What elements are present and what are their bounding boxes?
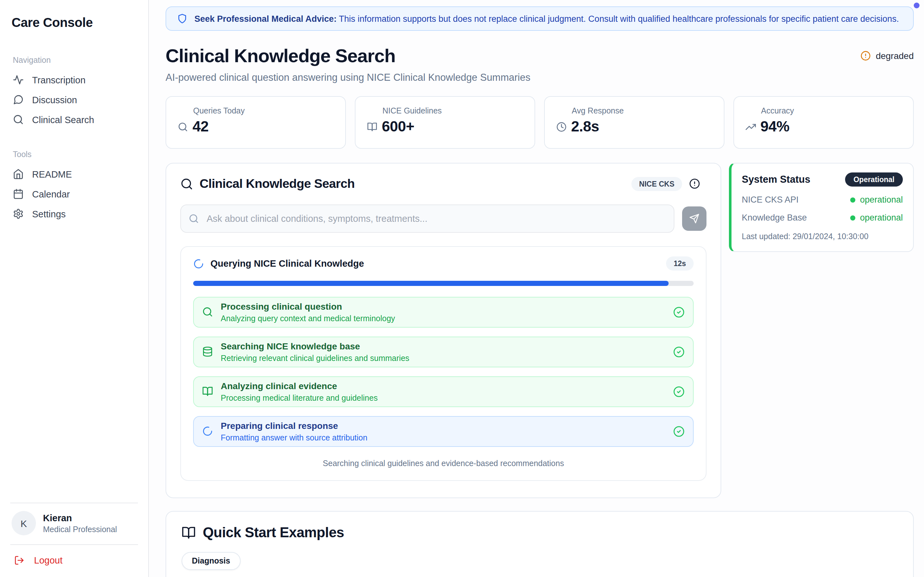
search-icon xyxy=(202,306,213,318)
step-subtitle: Processing medical literature and guidel… xyxy=(221,393,666,403)
activity-icon xyxy=(13,74,24,85)
step-title: Analyzing clinical evidence xyxy=(221,380,666,392)
quick-start-title: Quick Start Examples xyxy=(203,524,344,541)
search-card-title: Clinical Knowledge Search xyxy=(200,176,632,191)
source-badge: NICE CKS xyxy=(632,177,682,191)
stat-label: Accuracy xyxy=(746,106,901,115)
banner-body: This information supports but does not r… xyxy=(336,14,899,23)
banner-lead: Seek Professional Medical Advice: xyxy=(194,14,336,23)
sidebar-item-clinical-search[interactable]: Clinical Search xyxy=(10,110,138,129)
sidebar-item-discussion[interactable]: Discussion xyxy=(10,90,138,110)
clinical-search-input[interactable] xyxy=(180,205,674,233)
calendar-icon xyxy=(13,189,24,199)
app-window: Care Console Navigation Transcription Di… xyxy=(0,0,924,577)
book-open-icon xyxy=(367,121,377,132)
medical-advice-banner: Seek Professional Medical Advice: This i… xyxy=(166,6,914,31)
tools-section-label: Tools xyxy=(13,150,138,159)
stat-label: Avg Response xyxy=(556,106,712,115)
progress-bar xyxy=(193,281,694,285)
status-dot xyxy=(850,197,855,202)
stat-label: NICE Guidelines xyxy=(367,106,523,115)
elapsed-time-badge: 12s xyxy=(666,256,694,271)
alert-circle-icon xyxy=(689,178,700,189)
sidebar-item-label: Clinical Search xyxy=(32,114,94,125)
stat-value: 600+ xyxy=(382,118,414,135)
sidebar-item-label: Settings xyxy=(32,209,66,219)
status-panel-title: System Status xyxy=(742,174,811,185)
system-status-panel: System Status Operational NICE CKS API o… xyxy=(729,163,914,252)
sidebar-item-label: Discussion xyxy=(32,95,77,105)
service-name: NICE CKS API xyxy=(742,195,798,205)
progress-step-analyzing: Analyzing clinical evidence Processing m… xyxy=(193,376,694,407)
logout-label: Logout xyxy=(34,555,63,566)
sidebar-item-label: README xyxy=(32,169,72,179)
step-subtitle: Analyzing query context and medical term… xyxy=(221,313,666,324)
health-status-label: degraded xyxy=(876,51,914,61)
sidebar-item-calendar[interactable]: Calendar xyxy=(10,184,138,204)
overall-status-badge: Operational xyxy=(845,172,903,187)
step-subtitle: Formatting answer with source attributio… xyxy=(221,432,666,443)
send-button[interactable] xyxy=(682,206,706,231)
health-status-badge: degraded xyxy=(861,51,914,61)
sidebar-item-readme[interactable]: README xyxy=(10,164,138,184)
step-title: Processing clinical question xyxy=(221,300,666,312)
stat-value: 2.8s xyxy=(571,118,599,135)
spinner-icon xyxy=(193,258,204,269)
nav-section-label: Navigation xyxy=(13,56,138,65)
book-open-icon xyxy=(182,525,196,540)
spinner-icon xyxy=(202,426,213,437)
user-name: Kieran xyxy=(43,513,117,523)
page-subtitle: AI-powered clinical question answering u… xyxy=(166,72,530,83)
stat-card-queries-today: Queries Today 42 xyxy=(166,96,346,149)
user-profile: K Kieran Medical Professional xyxy=(10,503,138,544)
search-icon xyxy=(180,177,193,190)
quick-start-card: Quick Start Examples Diagnosis "What are… xyxy=(166,511,914,577)
database-icon xyxy=(202,346,213,357)
service-status: operational xyxy=(860,213,903,222)
main-content: Seek Professional Medical Advice: This i… xyxy=(149,0,924,577)
stat-card-accuracy: Accuracy 94% xyxy=(733,96,914,149)
logout-button[interactable]: Logout xyxy=(10,544,138,568)
message-circle-icon xyxy=(13,94,24,105)
service-status: operational xyxy=(860,195,903,205)
step-title: Searching NICE knowledge base xyxy=(221,340,666,351)
progress-title: Querying NICE Clinical Knowledge xyxy=(210,258,660,269)
stat-label: Queries Today xyxy=(178,106,334,115)
progress-step-processing: Processing clinical question Analyzing q… xyxy=(193,297,694,327)
sidebar-item-settings[interactable]: Settings xyxy=(10,204,138,224)
page-header: Clinical Knowledge Search AI-powered cli… xyxy=(166,45,914,83)
send-icon xyxy=(689,213,699,224)
stat-card-avg-response: Avg Response 2.8s xyxy=(544,96,724,149)
progress-steps: Processing clinical question Analyzing q… xyxy=(193,297,694,446)
gear-icon xyxy=(13,208,24,219)
service-name: Knowledge Base xyxy=(742,213,807,222)
alert-circle-icon xyxy=(861,51,871,61)
category-chip-diagnosis[interactable]: Diagnosis xyxy=(182,552,241,570)
home-icon xyxy=(13,169,24,179)
logout-icon xyxy=(14,555,24,566)
step-subtitle: Retrieving relevant clinical guidelines … xyxy=(221,353,666,363)
search-icon xyxy=(13,114,24,125)
progress-step-searching: Searching NICE knowledge base Retrieving… xyxy=(193,336,694,367)
sidebar-item-label: Calendar xyxy=(32,189,70,199)
status-dot xyxy=(850,215,855,220)
progress-bar-fill xyxy=(193,281,669,285)
service-row-nice-cks-api: NICE CKS API operational xyxy=(742,195,903,205)
step-title: Preparing clinical response xyxy=(221,420,666,431)
page-title: Clinical Knowledge Search xyxy=(166,45,530,67)
shield-icon xyxy=(177,13,187,24)
sidebar-item-transcription[interactable]: Transcription xyxy=(10,70,138,90)
stat-value: 94% xyxy=(760,118,789,135)
clock-icon xyxy=(556,121,567,132)
app-title: Care Console xyxy=(11,15,138,30)
progress-footer-text: Searching clinical guidelines and eviden… xyxy=(193,459,694,468)
search-icon xyxy=(178,121,188,132)
search-icon xyxy=(189,213,199,224)
stat-card-nice-guidelines: NICE Guidelines 600+ xyxy=(355,96,535,149)
stat-value: 42 xyxy=(192,118,208,135)
last-updated-text: Last updated: 29/01/2024, 10:30:00 xyxy=(742,232,903,241)
banner-text: Seek Professional Medical Advice: This i… xyxy=(194,14,899,23)
sidebar-item-label: Transcription xyxy=(32,75,86,85)
service-row-knowledge-base: Knowledge Base operational xyxy=(742,213,903,222)
query-progress-panel: Querying NICE Clinical Knowledge 12s Pro… xyxy=(180,246,706,480)
